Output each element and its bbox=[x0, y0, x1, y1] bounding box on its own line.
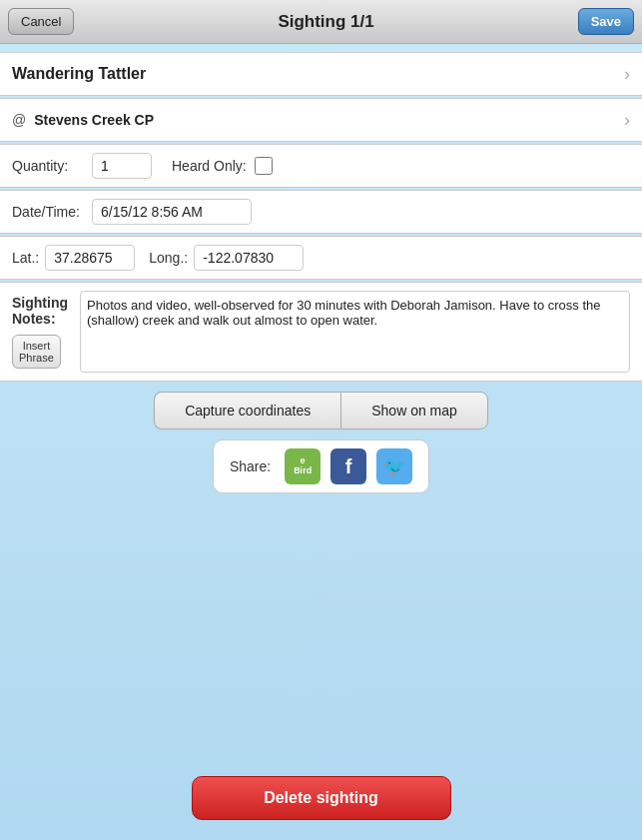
action-buttons-row: Capture coordinates Show on map bbox=[0, 392, 642, 429]
delete-sighting-button[interactable]: Delete sighting bbox=[192, 776, 451, 820]
share-label: Share: bbox=[230, 458, 271, 474]
ebird-text: eBird bbox=[294, 456, 312, 476]
quantity-label: Quantity: bbox=[12, 158, 92, 174]
species-row[interactable]: Wandering Tattler › bbox=[0, 52, 642, 96]
show-on-map-button[interactable]: Show on map bbox=[340, 392, 488, 429]
notes-textarea[interactable]: Photos and video, well-observed for 30 m… bbox=[80, 291, 630, 373]
at-symbol: @ bbox=[12, 112, 26, 128]
content-area: Wandering Tattler › @ Stevens Creek CP ›… bbox=[0, 44, 642, 511]
heard-only-checkbox[interactable] bbox=[255, 157, 273, 175]
delete-container: Delete sighting bbox=[192, 776, 451, 820]
twitter-icon: 🐦 bbox=[383, 455, 405, 477]
notes-label: SightingNotes: bbox=[12, 295, 68, 327]
notes-left-panel: SightingNotes: InsertPhrase bbox=[0, 291, 80, 373]
share-twitter-button[interactable]: 🐦 bbox=[376, 448, 412, 484]
location-name: Stevens Creek CP bbox=[34, 112, 624, 128]
heard-only-label: Heard Only: bbox=[172, 158, 247, 174]
share-facebook-button[interactable]: f bbox=[330, 448, 366, 484]
latlong-row: Lat.: Long.: bbox=[0, 236, 642, 280]
capture-coordinates-button[interactable]: Capture coordinates bbox=[154, 392, 340, 429]
lat-label: Lat.: bbox=[12, 250, 39, 266]
datetime-row: Date/Time: bbox=[0, 191, 642, 233]
share-ebird-button[interactable]: eBird bbox=[285, 448, 321, 484]
share-box: Share: eBird f 🐦 bbox=[213, 439, 429, 493]
page-title: Sighting 1/1 bbox=[278, 12, 373, 32]
quantity-input[interactable] bbox=[92, 153, 152, 179]
species-chevron-icon: › bbox=[624, 64, 630, 85]
quantity-row: Quantity: Heard Only: bbox=[0, 145, 642, 187]
datetime-section: Date/Time: bbox=[0, 190, 642, 234]
insert-phrase-button[interactable]: InsertPhrase bbox=[12, 335, 61, 369]
facebook-icon: f bbox=[345, 455, 352, 478]
cancel-button[interactable]: Cancel bbox=[8, 8, 74, 35]
lat-input[interactable] bbox=[45, 245, 135, 271]
share-container: Share: eBird f 🐦 bbox=[0, 439, 642, 493]
location-row[interactable]: @ Stevens Creek CP › bbox=[0, 98, 642, 142]
long-input[interactable] bbox=[194, 245, 304, 271]
datetime-input[interactable] bbox=[92, 199, 252, 225]
species-name: Wandering Tattler bbox=[12, 65, 624, 83]
nav-bar: Cancel Sighting 1/1 Save bbox=[0, 0, 642, 44]
quantity-heard-section: Quantity: Heard Only: bbox=[0, 144, 642, 188]
notes-section: SightingNotes: InsertPhrase Photos and v… bbox=[0, 282, 642, 382]
datetime-label: Date/Time: bbox=[12, 204, 92, 220]
location-chevron-icon: › bbox=[624, 110, 630, 131]
long-label: Long.: bbox=[149, 250, 188, 266]
save-button[interactable]: Save bbox=[578, 8, 634, 35]
